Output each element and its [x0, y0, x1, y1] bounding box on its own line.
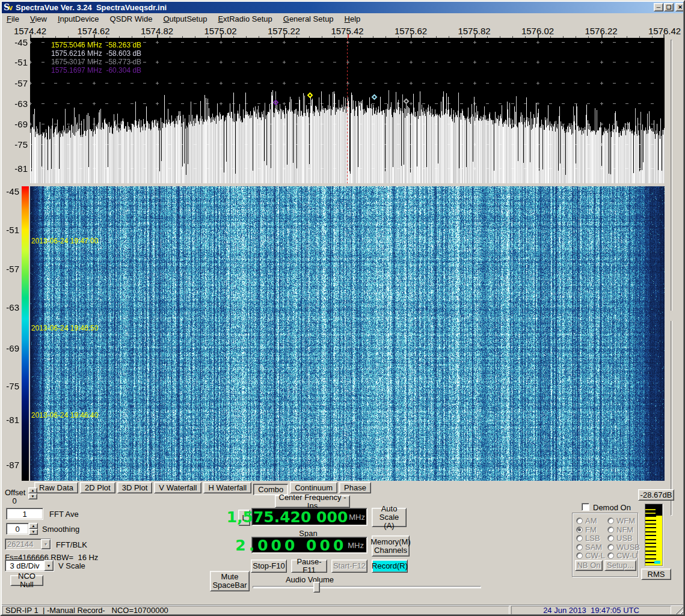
db-tick-label: -63 — [0, 302, 19, 313]
v-scale-dropdown-icon[interactable]: ▼ — [44, 560, 54, 571]
waterfall-canvas[interactable] — [30, 186, 665, 481]
audio-volume-slider-thumb[interactable] — [313, 582, 320, 593]
marker-readouts: 1575.5046 MHz -58.263 dB1575.6216 MHz -5… — [51, 41, 141, 75]
tab-continuum[interactable]: Continuum — [290, 482, 337, 493]
resize-grip-icon[interactable] — [675, 606, 683, 614]
record-button[interactable]: Record(R) — [372, 560, 408, 573]
app-icon: Sv — [4, 2, 14, 13]
auto-scale-button[interactable]: Auto Scale (A) — [372, 508, 407, 527]
demod-mode-fm[interactable]: FM — [576, 525, 597, 534]
radio-icon[interactable] — [607, 535, 614, 541]
radio-icon[interactable] — [576, 517, 583, 524]
nb-on-button[interactable]: NB On — [575, 560, 603, 571]
demod-mode-cw-u[interactable]: CW-U — [607, 551, 637, 560]
start-button[interactable]: Start-F12 — [331, 560, 367, 573]
db-tick-label: -63 — [0, 99, 28, 109]
waterfall-timestamp: 2013-06-24 19:46:40 — [31, 411, 98, 419]
demod-mode-am[interactable]: AM — [576, 516, 597, 525]
marker-readout: 1575.6216 MHz -58.603 dB — [51, 49, 141, 58]
window-title: SpectraVue Ver. 3.24 SpectraVueqsdr.ini — [16, 3, 167, 12]
fft-blk-dropdown-icon[interactable]: ▼ — [41, 539, 51, 549]
v-scale-combo[interactable]: 3 dB/Div ▼ — [5, 560, 54, 572]
pause-button[interactable]: Pause-F11 — [291, 560, 327, 573]
smoothing-spinner-down-icon[interactable]: ▼ — [29, 529, 38, 535]
v-scale-label: V Scale — [58, 561, 85, 570]
audio-volume-slider-track[interactable] — [253, 586, 481, 588]
peak-level-readout[interactable]: -28.67dB — [638, 489, 674, 501]
offset-spinner-down-icon[interactable]: ▼ — [28, 493, 37, 499]
offset-value: 0 — [8, 496, 20, 505]
db-tick-label: -69 — [0, 119, 28, 129]
title-bar[interactable]: Sv SpectraVue Ver. 3.24 SpectraVueqsdr.i… — [1, 1, 684, 13]
offset-spinner-up-icon[interactable]: ▲ — [28, 487, 37, 493]
demod-mode-wusb[interactable]: WUSB — [607, 543, 640, 552]
stop-button[interactable]: Stop-F10 — [251, 560, 287, 573]
tab-h-waterfall[interactable]: H Waterfall — [203, 482, 251, 493]
radio-icon[interactable] — [607, 544, 614, 550]
db-tick-label: -75 — [0, 381, 19, 391]
marker-readout: 1575.1697 MHz -60.304 dB — [51, 66, 141, 75]
radio-icon[interactable] — [576, 526, 583, 533]
marker-readout: 1575.5046 MHz -58.263 dB — [51, 41, 141, 49]
radio-icon[interactable] — [607, 552, 614, 559]
smoothing-input[interactable]: 0 — [6, 523, 29, 535]
span-display[interactable]: 2.000 000 MHz — [251, 537, 367, 553]
menu-extradio-setup[interactable]: ExtRadio Setup — [212, 13, 277, 25]
menu-outputsetup[interactable]: OutputSetup — [158, 13, 212, 25]
waterfall-display[interactable]: 2013-06-24 19:47:002013-06-24 19:46:5020… — [30, 186, 665, 481]
nco-null-button[interactable]: NCO Null — [10, 575, 43, 586]
db-tick-label: -51 — [0, 57, 28, 67]
maximize-button[interactable]: ❑ — [664, 3, 674, 11]
tab-raw-data[interactable]: Raw Data — [34, 482, 78, 493]
radio-icon[interactable] — [576, 535, 583, 541]
audio-volume-label: Audio Volume — [274, 575, 346, 584]
demod-mode-cw-l[interactable]: CW-L — [576, 551, 605, 560]
signal-level-meter — [645, 504, 663, 566]
db-tick-label: -75 — [0, 139, 28, 150]
smoothing-label: Smoothing — [42, 525, 79, 534]
menu-view[interactable]: View — [25, 13, 52, 25]
demod-mode-wfm[interactable]: WFM — [607, 516, 635, 525]
spectravue-window: Sv SpectraVue Ver. 3.24 SpectraVueqsdr.i… — [0, 0, 685, 616]
center-frequency-value[interactable]: 1,575.420 000 — [227, 508, 348, 526]
waterfall-color-scale — [22, 186, 29, 481]
demod-mode-lsb[interactable]: LSB — [576, 534, 600, 543]
offset-spinner[interactable]: ▲ ▼ — [28, 487, 37, 499]
center-frequency-button[interactable]: Center Frequency - Ins — [275, 495, 350, 508]
marker-readout: 1575.3017 MHz -58.773 dB — [51, 58, 141, 66]
db-tick-label: -57 — [0, 78, 28, 88]
db-tick-label: -87 — [0, 460, 19, 470]
minimize-button[interactable]: ─ — [654, 3, 663, 11]
tab-3d-plot[interactable]: 3D Plot — [117, 482, 153, 493]
radio-icon[interactable] — [607, 517, 614, 524]
menu-help[interactable]: Help — [339, 13, 366, 25]
menu-inputdevice[interactable]: InputDevice — [52, 13, 105, 25]
radio-icon[interactable] — [576, 544, 583, 550]
demod-mode-sam[interactable]: SAM — [576, 543, 602, 552]
menu-qsdr-wide[interactable]: QSDR Wide — [105, 13, 158, 25]
setup-button[interactable]: Setup... — [604, 560, 636, 571]
center-frequency-display[interactable]: 1,575.420 000 MHz — [251, 508, 367, 526]
menu-file[interactable]: File — [1, 13, 25, 25]
vertical-scale-slider-thumb[interactable] — [665, 311, 677, 321]
tab-2d-plot[interactable]: 2D Plot — [80, 482, 115, 493]
memory-channels-button[interactable]: Memory(M) Channels — [372, 535, 410, 557]
vertical-scale-slider-track[interactable] — [671, 40, 672, 516]
mute-button[interactable]: Mute SpaceBar — [210, 571, 250, 591]
spectrum-display[interactable]: 1575.5046 MHz -58.263 dB1575.6216 MHz -5… — [30, 38, 665, 183]
radio-icon[interactable] — [607, 526, 614, 533]
menu-general-setup[interactable]: General Setup — [278, 13, 339, 25]
demod-mode-usb[interactable]: USB — [607, 534, 633, 543]
span-value[interactable]: 2.000 000 — [235, 537, 346, 554]
tab-v-waterfall[interactable]: V Waterfall — [154, 482, 201, 493]
tab-phase[interactable]: Phase — [339, 482, 371, 493]
demod-mode-nfm[interactable]: NFM — [607, 525, 633, 534]
rms-button[interactable]: RMS — [641, 569, 671, 580]
radio-icon[interactable] — [576, 552, 583, 559]
smoothing-spinner[interactable]: ▲ ▼ — [29, 523, 38, 535]
close-button[interactable]: ✕ — [675, 3, 685, 11]
fft-blk-combo[interactable]: 262144 ▼ — [5, 538, 51, 550]
demod-on-checkbox[interactable] — [582, 503, 589, 511]
fft-ave-input[interactable]: 1 — [6, 508, 43, 520]
smoothing-spinner-up-icon[interactable]: ▲ — [29, 523, 38, 529]
